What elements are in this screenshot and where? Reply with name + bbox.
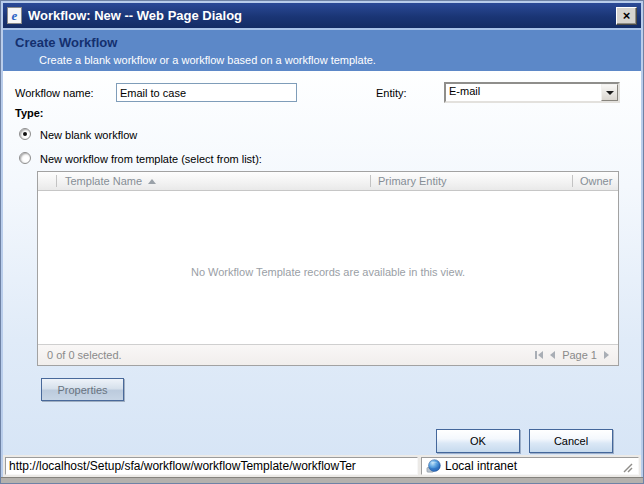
title-bar[interactable]: e Workflow: New -- Web Page Dialog × — [3, 3, 641, 28]
column-separator — [572, 175, 573, 187]
template-list-header: Template Name Primary Entity Owner — [38, 172, 618, 191]
entity-label: Entity: — [376, 87, 407, 99]
ie-page-icon: e — [7, 7, 22, 24]
close-button[interactable]: × — [616, 7, 637, 25]
ok-button[interactable]: OK — [436, 429, 520, 453]
entity-selected-value: E-mail — [446, 84, 601, 101]
status-url: http://localhost/Setup/sfa/workflow/work… — [5, 457, 418, 475]
workflow-name-input[interactable] — [116, 83, 297, 102]
first-page-button[interactable] — [535, 351, 543, 359]
security-zone-panel: Local intranet — [421, 457, 639, 475]
radio-new-workflow-from-template[interactable] — [19, 152, 31, 164]
chevron-down-icon — [606, 91, 614, 95]
first-page-icon — [538, 351, 543, 359]
template-list-footer: 0 of 0 selected. Page 1 — [38, 344, 618, 365]
column-separator — [370, 175, 371, 187]
page-label: Page 1 — [562, 349, 597, 361]
resize-grip-icon — [620, 460, 633, 473]
radio-new-workflow-from-template-label[interactable]: New workflow from template (select from … — [40, 153, 262, 165]
ie-page-icon-glyph: e — [12, 9, 18, 22]
next-page-icon[interactable] — [604, 351, 609, 359]
dialog-body: Workflow name: Entity: E-mail Type: New … — [3, 71, 641, 455]
previous-page-icon[interactable] — [550, 351, 555, 359]
local-intranet-icon — [426, 459, 441, 474]
radio-new-blank-workflow-label[interactable]: New blank workflow — [40, 129, 137, 141]
empty-list-message: No Workflow Template records are availab… — [38, 192, 618, 278]
radio-new-blank-workflow[interactable] — [19, 128, 31, 140]
resize-grip[interactable] — [617, 459, 634, 474]
security-zone-label: Local intranet — [445, 459, 517, 473]
column-header-template-name[interactable]: Template Name — [65, 175, 156, 187]
sort-ascending-icon — [148, 179, 156, 184]
workflow-name-label: Workflow name: — [15, 87, 94, 99]
status-bar: http://localhost/Setup/sfa/workflow/work… — [3, 455, 641, 477]
first-page-bar — [535, 351, 537, 359]
template-list-body: No Workflow Template records are availab… — [38, 192, 618, 344]
entity-select[interactable]: E-mail — [444, 82, 620, 103]
dialog-subtitle: Create a blank workflow or a workflow ba… — [39, 54, 641, 66]
entity-dropdown-button[interactable] — [601, 84, 618, 101]
properties-button[interactable]: Properties — [41, 378, 124, 401]
template-list: Template Name Primary Entity Owner No Wo… — [37, 171, 619, 366]
window-bottom-edge — [1, 477, 643, 483]
dialog-title: Create Workflow — [15, 35, 641, 50]
column-separator — [56, 175, 57, 187]
paging-controls: Page 1 — [535, 349, 609, 361]
window-title: Workflow: New -- Web Page Dialog — [28, 8, 616, 23]
column-header-primary-entity[interactable]: Primary Entity — [378, 175, 446, 187]
selection-status: 0 of 0 selected. — [47, 349, 535, 361]
web-page-dialog: e Workflow: New -- Web Page Dialog × Cre… — [0, 0, 644, 484]
dialog-header: Create Workflow Create a blank workflow … — [3, 28, 641, 71]
type-label: Type: — [15, 107, 44, 119]
cancel-button[interactable]: Cancel — [529, 429, 613, 453]
column-header-template-name-label: Template Name — [65, 175, 142, 187]
column-header-owner[interactable]: Owner — [580, 175, 612, 187]
